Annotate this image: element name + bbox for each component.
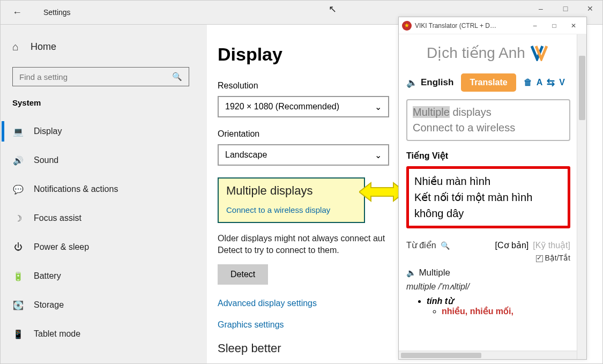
sidebar: ⌂ Home 🔍 System 💻Display 🔊Sound 💬Notific… (1, 25, 207, 363)
viki-title: VIKI Translator (CTRL + D… (415, 22, 525, 29)
viki-heading: Dịch tiếng Anh (406, 44, 570, 62)
nav-item-tablet[interactable]: 📱Tablet mode (12, 320, 207, 348)
storage-icon: 💽 (12, 300, 24, 310)
nav-item-notifications[interactable]: 💬Notifications & actions (12, 175, 207, 204)
home-label: Home (31, 41, 56, 53)
nav-list: 💻Display 🔊Sound 💬Notifications & actions… (12, 117, 207, 348)
focus-icon: ☽ (12, 213, 24, 224)
power-icon: ⏻ (12, 242, 24, 252)
viki-heading-text: Dịch tiếng Anh (427, 44, 525, 62)
search-icon: 🔍 (172, 72, 182, 81)
nav-label: Tablet mode (34, 329, 80, 339)
monitor-icon: 💻 (12, 127, 24, 137)
output-line1: Nhiều màn hình (414, 173, 562, 189)
nav-label: Power & sleep (34, 242, 89, 252)
nav-item-battery[interactable]: 🔋Battery (12, 262, 207, 291)
battery-icon: 🔋 (12, 271, 24, 281)
viki-main: Dịch tiếng Anh 🔈English Translate 🗑 A ⇆ … (399, 34, 577, 359)
scrollbar-thumb[interactable] (401, 353, 481, 358)
output-line2: Kết nối tới một màn hình không dây (414, 189, 562, 221)
system-label: System (12, 98, 207, 107)
viki-app-icon: ★ (402, 21, 412, 31)
nav-label: Sound (34, 155, 58, 165)
nav-label: Storage (34, 300, 64, 310)
back-icon[interactable]: ← (12, 7, 22, 18)
input-selection: Multiple (413, 106, 450, 118)
resolution-select[interactable]: 1920 × 1080 (Recommended) ⌄ (218, 96, 389, 117)
close-button[interactable]: ✕ (578, 1, 602, 17)
maximize-button[interactable]: □ (553, 1, 578, 17)
viki-minimize-button[interactable]: – (525, 18, 545, 34)
window-controls: – □ ✕ (528, 1, 602, 17)
home-icon: ⌂ (12, 41, 19, 53)
viki-horizontal-scrollbar[interactable] (399, 351, 577, 359)
letter-v-icon[interactable]: V (559, 78, 565, 87)
english-label[interactable]: 🔈English (406, 77, 453, 88)
older-displays-text: Older displays might not always connect … (218, 233, 394, 257)
viki-logo-icon (531, 45, 550, 61)
dict-word: Multiple (419, 268, 450, 278)
viki-maximize-button[interactable]: □ (545, 18, 564, 34)
translation-output: Nhiều màn hình Kết nối tới một màn hình … (406, 166, 570, 228)
dict-pos: tính từ (427, 296, 453, 306)
viki-close-button[interactable]: ✕ (564, 18, 583, 34)
chevron-down-icon: ⌄ (375, 150, 382, 160)
toggle-row[interactable]: Bật/Tắt (406, 254, 570, 262)
dictionary-body: 🔈 Multiple multiple /'mʌltipl/ tính từ n… (406, 268, 570, 316)
viki-body: Dịch tiếng Anh 🔈English Translate 🗑 A ⇆ … (399, 34, 586, 359)
speaker-icon: 🔈 (406, 77, 418, 88)
viki-tool-icons: 🗑 A ⇆ V (524, 77, 565, 88)
dict-meaning: nhiều, nhiều mối, (442, 307, 513, 316)
nav-item-focus[interactable]: ☽Focus assist (12, 204, 207, 233)
source-text-area[interactable]: Multiple displays Connect to a wireless (406, 99, 570, 141)
nav-label: Display (34, 127, 62, 136)
vietnamese-label: Tiếng Việt (406, 151, 570, 161)
letter-a-icon[interactable]: A (537, 78, 543, 87)
nav-item-power[interactable]: ⏻Power & sleep (12, 233, 207, 262)
scrollbar-thumb[interactable] (579, 56, 585, 120)
detect-button[interactable]: Detect (218, 264, 268, 285)
orientation-select[interactable]: Landscape ⌄ (218, 144, 389, 166)
resolution-value: 1920 × 1080 (Recommended) (225, 102, 339, 112)
sound-icon: 🔊 (12, 155, 24, 166)
speaker-icon[interactable]: 🔈 (406, 268, 416, 277)
home-row[interactable]: ⌂ Home (12, 41, 207, 53)
dictionary-tabs: Từ điển 🔍 [Cơ bản] [Kỹ thuật] (406, 240, 570, 250)
viki-titlebar: ★ VIKI Translator (CTRL + D… – □ ✕ (399, 17, 586, 34)
viki-window-controls: – □ ✕ (525, 18, 583, 34)
tablet-icon: 📱 (12, 329, 24, 339)
notifications-icon: 💬 (12, 184, 24, 195)
nav-item-storage[interactable]: 💽Storage (12, 291, 207, 320)
chevron-down-icon: ⌄ (375, 102, 382, 112)
search-input[interactable] (19, 72, 172, 81)
translate-button[interactable]: Translate (461, 73, 516, 92)
viki-vertical-scrollbar[interactable] (577, 34, 586, 359)
connect-wireless-link[interactable]: Connect to a wireless display (226, 205, 356, 214)
dictionary-label: Từ điển (406, 240, 436, 250)
minimize-button[interactable]: – (528, 1, 553, 17)
trash-icon[interactable]: 🗑 (524, 78, 532, 87)
nav-item-sound[interactable]: 🔊Sound (12, 146, 207, 175)
nav-label: Battery (34, 271, 61, 281)
mouse-cursor-icon: ↖ (329, 3, 337, 15)
checkbox-icon[interactable] (536, 255, 543, 262)
nav-label: Focus assist (34, 213, 81, 223)
multiple-displays-highlight: Multiple displays Connect to a wireless … (218, 177, 365, 223)
viki-window: ★ VIKI Translator (CTRL + D… – □ ✕ Dịch … (398, 17, 587, 360)
nav-label: Notifications & actions (34, 184, 118, 194)
multiple-displays-title: Multiple displays (226, 184, 356, 198)
titlebar-title: Settings (43, 8, 71, 17)
viki-toolbar: 🔈English Translate 🗑 A ⇆ V (406, 73, 570, 92)
tab-technical[interactable]: [Kỹ thuật] (533, 240, 570, 250)
nav-item-display[interactable]: 💻Display (12, 117, 207, 146)
dict-phonetic: multiple /'mʌltipl/ (406, 281, 570, 292)
magnifier-icon[interactable]: 🔍 (441, 241, 450, 250)
swap-icon[interactable]: ⇆ (547, 77, 555, 88)
tab-basic[interactable]: [Cơ bản] (495, 240, 529, 250)
orientation-value: Landscape (225, 150, 267, 160)
search-box[interactable]: 🔍 (12, 67, 189, 86)
